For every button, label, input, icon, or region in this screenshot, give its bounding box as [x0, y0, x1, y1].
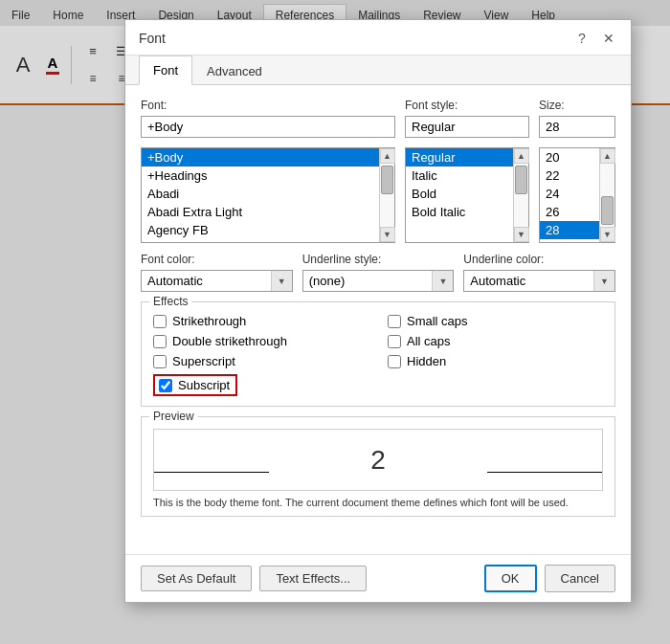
- font-list-item-abadi-extra[interactable]: Abadi Extra Light: [142, 203, 379, 221]
- strikethrough-checkbox-row[interactable]: Strikethrough: [153, 314, 368, 328]
- font-color-label: Font color:: [141, 253, 293, 266]
- style-scroll-down[interactable]: ▼: [514, 227, 529, 242]
- underline-color-group: Underline color: Automatic ▼: [463, 253, 615, 292]
- scroll-down-arrow[interactable]: ▼: [380, 227, 395, 242]
- font-style-scrollbar: ▲ ▼: [513, 148, 528, 242]
- font-name-input[interactable]: [141, 116, 395, 138]
- font-style-list-container: Regular Italic Bold Bold Italic ▲ ▼: [405, 147, 529, 243]
- scroll-thumb[interactable]: [381, 166, 393, 194]
- double-strikethrough-checkbox-row[interactable]: Double strikethrough: [153, 334, 368, 348]
- style-scroll-track: [514, 164, 528, 227]
- strikethrough-checkbox[interactable]: [153, 315, 167, 328]
- underline-style-group: Underline style: (none) ▼: [302, 253, 455, 292]
- scroll-track: [380, 164, 394, 227]
- font-name-scrollbar: ▲ ▼: [379, 148, 394, 242]
- style-bold-italic[interactable]: Bold Italic: [406, 203, 513, 221]
- size-24[interactable]: 24: [540, 185, 599, 203]
- close-button[interactable]: ✕: [598, 28, 619, 49]
- style-scroll-thumb[interactable]: [515, 166, 527, 194]
- small-caps-checkbox[interactable]: [388, 315, 401, 328]
- font-color-group: Font color: Automatic ▼: [141, 253, 293, 292]
- help-button[interactable]: ?: [571, 28, 592, 49]
- dialog-footer: Set As Default Text Effects... OK Cancel: [125, 554, 631, 602]
- small-caps-label: Small caps: [407, 314, 468, 328]
- underline-style-dropdown[interactable]: (none) ▼: [302, 270, 455, 292]
- hidden-label: Hidden: [407, 354, 446, 368]
- dialog-tabs: Font Advanced: [125, 56, 631, 85]
- preview-char: 2: [370, 445, 386, 476]
- superscript-checkbox[interactable]: [153, 355, 167, 368]
- effects-grid: Strikethrough Small caps Double striketh…: [153, 314, 603, 396]
- hidden-checkbox-row[interactable]: Hidden: [388, 354, 603, 368]
- underline-color-dropdown[interactable]: Automatic ▼: [463, 270, 615, 292]
- size-22[interactable]: 22: [540, 167, 599, 185]
- color-underline-row: Font color: Automatic ▼ Underline style:…: [141, 253, 615, 292]
- underline-color-value: Automatic: [464, 271, 593, 291]
- dialog-body: Font: Font style: Size:: [125, 85, 631, 554]
- size-20[interactable]: 20: [540, 148, 599, 167]
- effects-title: Effects: [149, 295, 191, 308]
- font-list-item-body[interactable]: +Body: [142, 148, 379, 167]
- all-caps-checkbox[interactable]: [388, 335, 401, 348]
- preview-section: Preview 2 This is the body theme font. T…: [141, 416, 615, 517]
- underline-style-label: Underline style:: [302, 253, 455, 266]
- dialog-title: Font: [139, 31, 166, 46]
- preview-box: 2: [153, 429, 603, 491]
- all-caps-checkbox-row[interactable]: All caps: [388, 334, 603, 348]
- underline-color-label: Underline color:: [463, 253, 615, 266]
- effects-empty-cell: [388, 374, 603, 396]
- dialog-titlebar: Font ? ✕: [125, 20, 631, 56]
- size-scroll-down[interactable]: ▼: [600, 227, 615, 242]
- font-size-list-inner: 20 22 24 26 28: [540, 148, 599, 242]
- size-28[interactable]: 28: [540, 221, 599, 239]
- style-bold[interactable]: Bold: [406, 185, 513, 203]
- cancel-button[interactable]: Cancel: [545, 565, 615, 592]
- font-style-input[interactable]: [405, 116, 529, 138]
- footer-right: OK Cancel: [484, 565, 615, 592]
- scroll-up-arrow[interactable]: ▲: [380, 148, 395, 164]
- preview-line-left: [154, 472, 269, 473]
- font-list-item-headings[interactable]: +Headings: [142, 167, 379, 185]
- subscript-row: Subscript: [153, 374, 368, 396]
- effects-section: Effects Strikethrough Small caps Doubl: [141, 301, 615, 407]
- style-scroll-up[interactable]: ▲: [514, 148, 529, 164]
- superscript-checkbox-row[interactable]: Superscript: [153, 354, 368, 368]
- font-color-arrow[interactable]: ▼: [271, 271, 292, 291]
- font-list-item-abadi[interactable]: Abadi: [142, 185, 379, 203]
- font-size-listbox: 20 22 24 26 28 ▲ ▼: [539, 147, 615, 243]
- subscript-checkbox-row[interactable]: Subscript: [153, 374, 237, 396]
- underline-style-arrow[interactable]: ▼: [432, 271, 453, 291]
- footer-left: Set As Default Text Effects...: [141, 566, 367, 591]
- size-scroll-thumb[interactable]: [601, 196, 614, 225]
- preview-line-right: [487, 472, 602, 473]
- font-fields-labels: Font: Font style: Size:: [141, 99, 615, 138]
- font-dialog: Font ? ✕ Font Advanced Font: Font style:: [124, 19, 632, 603]
- size-26[interactable]: 26: [540, 203, 599, 221]
- font-size-label: Size:: [539, 99, 615, 112]
- size-scroll-up[interactable]: ▲: [600, 148, 615, 164]
- font-style-list-inner: Regular Italic Bold Bold Italic: [406, 148, 513, 242]
- style-italic[interactable]: Italic: [406, 167, 513, 185]
- font-name-list-container: +Body +Headings Abadi Abadi Extra Light …: [141, 147, 395, 243]
- font-style-listbox: Regular Italic Bold Bold Italic ▲ ▼: [405, 147, 529, 243]
- font-size-input[interactable]: [539, 116, 615, 138]
- style-regular[interactable]: Regular: [406, 148, 513, 167]
- tab-advanced[interactable]: Advanced: [192, 56, 277, 85]
- font-list-item-agency[interactable]: Agency FB: [142, 221, 379, 239]
- small-caps-checkbox-row[interactable]: Small caps: [388, 314, 603, 328]
- subscript-checkbox[interactable]: [159, 379, 172, 392]
- font-name-label: Font:: [141, 99, 395, 112]
- text-effects-button[interactable]: Text Effects...: [259, 566, 367, 591]
- double-strikethrough-checkbox[interactable]: [153, 335, 167, 348]
- titlebar-buttons: ? ✕: [571, 28, 619, 49]
- preview-title: Preview: [149, 410, 198, 423]
- font-color-dropdown[interactable]: Automatic ▼: [141, 270, 293, 292]
- font-style-label: Font style:: [405, 99, 529, 112]
- set-as-default-button[interactable]: Set As Default: [141, 566, 252, 591]
- hidden-checkbox[interactable]: [388, 355, 401, 368]
- ok-button[interactable]: OK: [484, 565, 537, 592]
- font-name-listbox: +Body +Headings Abadi Abadi Extra Light …: [141, 147, 395, 243]
- tab-font[interactable]: Font: [139, 56, 192, 85]
- underline-color-arrow[interactable]: ▼: [593, 271, 614, 291]
- dialog-overlay: Font ? ✕ Font Advanced Font: Font style:: [0, 0, 670, 644]
